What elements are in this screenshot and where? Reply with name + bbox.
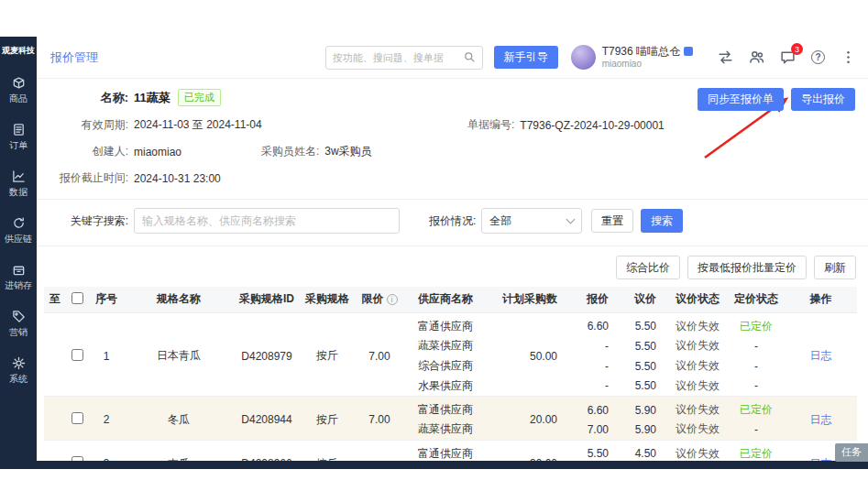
compare-prices-button[interactable]: 综合比价: [616, 256, 680, 279]
checkbox-cell: [66, 312, 88, 397]
col-spec-id: 采购规格ID: [233, 287, 301, 312]
supplier-name-cell: 富通供应商: [405, 397, 486, 420]
swap-arrows-icon: [718, 49, 733, 65]
help-icon[interactable]: ?: [811, 50, 825, 64]
supplier-name-cell: 水果供应商: [405, 376, 486, 397]
quote-cell: 6.60: [568, 312, 620, 336]
quote-status-value: 全部: [489, 213, 511, 229]
sidebar-item-inventory[interactable]: 进销存: [5, 263, 32, 292]
sidebar-item-orders[interactable]: 订单: [9, 123, 27, 152]
plan-qty-cell: 30.00: [486, 440, 568, 461]
negotiate-cell: 5.50: [620, 376, 667, 397]
user-subname: miaomiao: [602, 59, 693, 71]
row-checkbox[interactable]: [71, 412, 83, 424]
select-all-checkbox[interactable]: [71, 292, 83, 304]
switch-account-icon[interactable]: [718, 49, 733, 65]
more-menu-icon[interactable]: [841, 49, 856, 65]
creator-value: miaomiao: [134, 146, 181, 158]
deadline-value: 2024-10-31 23:00: [134, 172, 221, 185]
global-search-input[interactable]: [333, 52, 464, 63]
price-status-cell: -: [728, 420, 785, 440]
sidebar-item-supply-chain[interactable]: 供应链: [5, 216, 32, 246]
question-circle-icon: ?: [811, 50, 825, 64]
price-status-cell: -: [728, 356, 785, 376]
negotiate-status-cell: 议价失效: [667, 312, 728, 336]
messages-icon[interactable]: 3: [780, 49, 796, 65]
purchase-spec-cell: 按斤: [301, 440, 354, 461]
info-circle-icon[interactable]: [387, 294, 398, 305]
actions-cell: 日志: [785, 312, 857, 397]
sidebar-item-label: 系统: [9, 373, 27, 386]
col-supplier: 供应商名称: [405, 287, 486, 312]
global-search[interactable]: [325, 46, 483, 70]
supplier-name-cell: 富通供应商: [405, 440, 486, 461]
cube-icon: [12, 76, 26, 90]
sidebar-item-data[interactable]: 数据: [9, 169, 27, 199]
tag-icon: [12, 310, 26, 323]
supplier-name-cell: 综合供应商: [405, 356, 486, 376]
breadcrumb[interactable]: 报价管理: [50, 49, 98, 66]
period-row: 有效周期: 2024-11-03 至 2024-11-04 单据编号: T793…: [37, 117, 855, 133]
quote-cell: -: [568, 336, 620, 356]
export-quotation-button[interactable]: 导出报价: [791, 88, 855, 111]
negotiate-cell: 5.90: [620, 397, 667, 420]
keyword-input[interactable]: [134, 208, 400, 234]
creator-row: 创建人: miaomiao 采购员姓名: 3w采购员: [37, 144, 855, 159]
select-all-header: [66, 287, 88, 312]
batch-lowest-price-button[interactable]: 按最低报价批量定价: [687, 256, 807, 279]
negotiate-cell: 5.50: [620, 356, 667, 376]
contacts-icon[interactable]: [749, 49, 764, 65]
reset-button[interactable]: 重置: [591, 209, 633, 233]
window-bottom-bar: [0, 461, 868, 469]
top-header: 报价管理 新手引导 T7936 喵喵总仓 miaomiao: [37, 37, 868, 79]
status-badge: 已完成: [178, 89, 221, 106]
col-negotiate: 议价: [620, 287, 667, 312]
price-status-cell: -: [728, 336, 785, 356]
user-avatar[interactable]: [571, 45, 596, 70]
spec-name-cell: 日本青瓜: [125, 312, 233, 397]
chart-icon: [12, 169, 26, 183]
row-checkbox[interactable]: [71, 349, 83, 361]
sync-to-quotation-button[interactable]: 同步至报价单: [698, 88, 784, 111]
user-info[interactable]: T7936 喵喵总仓 miaomiao: [602, 45, 693, 71]
search-button[interactable]: 搜索: [641, 209, 683, 233]
filter-bar: 关键字搜索: 报价情况: 全部 重置 搜索: [37, 200, 868, 246]
quotation-info-panel: 同步至报价单 导出报价 名称: 11蔬菜 已完成 有效周期: 2024-11-0…: [37, 79, 868, 200]
seq-cell: 1: [88, 312, 125, 397]
sidebar: 观麦科技 商品 订单 数据 供应链 进销存: [0, 37, 37, 461]
negotiate-status-cell: 议价失效: [667, 440, 728, 461]
buyer-pair: 采购员姓名: 3w采购员: [261, 144, 372, 159]
chevron-down-icon: [566, 215, 576, 224]
user-name: T7936 喵喵总仓: [602, 45, 693, 59]
log-link[interactable]: 日志: [810, 349, 832, 362]
task-tab[interactable]: 任务: [835, 443, 868, 462]
quote-cell: -: [568, 376, 620, 397]
col-limit-price: 限价: [354, 287, 405, 312]
sidebar-item-system[interactable]: 系统: [9, 356, 27, 386]
refresh-button[interactable]: 刷新: [814, 256, 856, 279]
pin-column-header: 至: [44, 287, 66, 312]
org-badge-icon: [684, 47, 693, 56]
gear-icon: [12, 356, 26, 370]
price-status-cell: -: [728, 376, 785, 397]
keyword-label: 关键字搜索:: [37, 213, 128, 229]
guide-button[interactable]: 新手引导: [494, 46, 558, 69]
negotiate-status-cell: 议价失效: [667, 336, 728, 356]
quote-cell: 6.60: [568, 397, 620, 420]
quote-status-select[interactable]: 全部: [481, 208, 582, 234]
table-row: 1 日本青瓜 D4208979 按斤 7.00 富通供应商 50.00 6.60…: [44, 312, 857, 336]
log-link[interactable]: 日志: [810, 413, 832, 426]
col-plan-qty: 计划采购数: [486, 287, 568, 312]
page: 观麦科技 商品 订单 数据 供应链 进销存: [0, 0, 868, 502]
limit-price-cell: 7.00: [354, 312, 405, 397]
sidebar-item-goods[interactable]: 商品: [9, 76, 27, 105]
seq-cell: 3: [88, 440, 125, 461]
pin-cell: [44, 440, 66, 461]
people-icon: [749, 49, 764, 65]
doc-no-value: T7936-QZ-2024-10-29-00001: [520, 119, 664, 132]
price-status-cell: 已定价: [728, 397, 785, 420]
table-action-bar: 综合比价 按最低报价批量定价 刷新: [37, 246, 868, 285]
col-actions: 操作: [785, 287, 857, 312]
quotation-table: 至 序号 规格名称 采购规格ID 采购规格 限价 供应商名称 计划采购数 报价 …: [37, 285, 868, 461]
sidebar-item-marketing[interactable]: 营销: [9, 310, 27, 339]
